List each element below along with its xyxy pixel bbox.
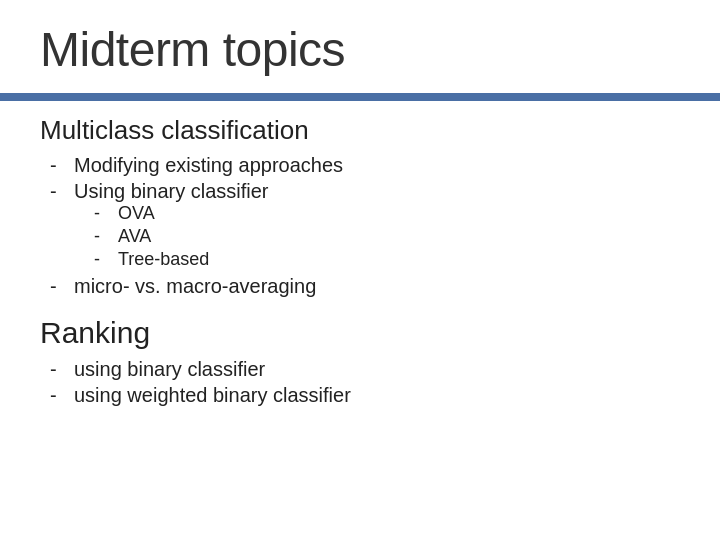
sub-dash: -	[94, 203, 114, 224]
list-item: - Modifying existing approaches	[40, 154, 680, 177]
list-item: - using weighted binary classifier	[40, 384, 680, 407]
item-text: using binary classifier	[74, 358, 265, 381]
ranking-list: - using binary classifier - using weight…	[40, 358, 680, 407]
bullet-dash: -	[50, 384, 70, 407]
bullet-dash: -	[50, 358, 70, 381]
section-ranking: Ranking - using binary classifier - usin…	[40, 316, 680, 407]
sub-item-text: OVA	[118, 203, 155, 224]
section-multiclass: Multiclass classification - Modifying ex…	[40, 115, 680, 298]
bullet-dash: -	[50, 275, 70, 298]
sub-list-item: - OVA	[94, 203, 209, 224]
content-area: Multiclass classification - Modifying ex…	[0, 101, 720, 424]
item-text: micro- vs. macro-averaging	[74, 275, 316, 298]
sub-list: - OVA - AVA - Tree-based	[94, 203, 209, 272]
sub-dash: -	[94, 226, 114, 247]
item-text: using weighted binary classifier	[74, 384, 351, 407]
sub-list-item: - Tree-based	[94, 249, 209, 270]
item-text: Modifying existing approaches	[74, 154, 343, 177]
section-title-multiclass: Multiclass classification	[40, 115, 680, 146]
bullet-dash: -	[50, 154, 70, 177]
section-title-ranking: Ranking	[40, 316, 680, 350]
bullet-dash: -	[50, 180, 70, 203]
list-item: - micro- vs. macro-averaging	[40, 275, 680, 298]
list-item: - Using binary classifier - OVA - AVA	[40, 180, 680, 272]
accent-bar	[0, 93, 720, 101]
title-area: Midterm topics	[0, 0, 720, 87]
sub-item-text: Tree-based	[118, 249, 209, 270]
item-text: Using binary classifier	[74, 180, 269, 203]
list-item: - using binary classifier	[40, 358, 680, 381]
sub-dash: -	[94, 249, 114, 270]
slide: Midterm topics Multiclass classification…	[0, 0, 720, 540]
multiclass-list: - Modifying existing approaches - Using …	[40, 154, 680, 298]
slide-title: Midterm topics	[40, 22, 680, 77]
sub-item-text: AVA	[118, 226, 151, 247]
sub-list-item: - AVA	[94, 226, 209, 247]
